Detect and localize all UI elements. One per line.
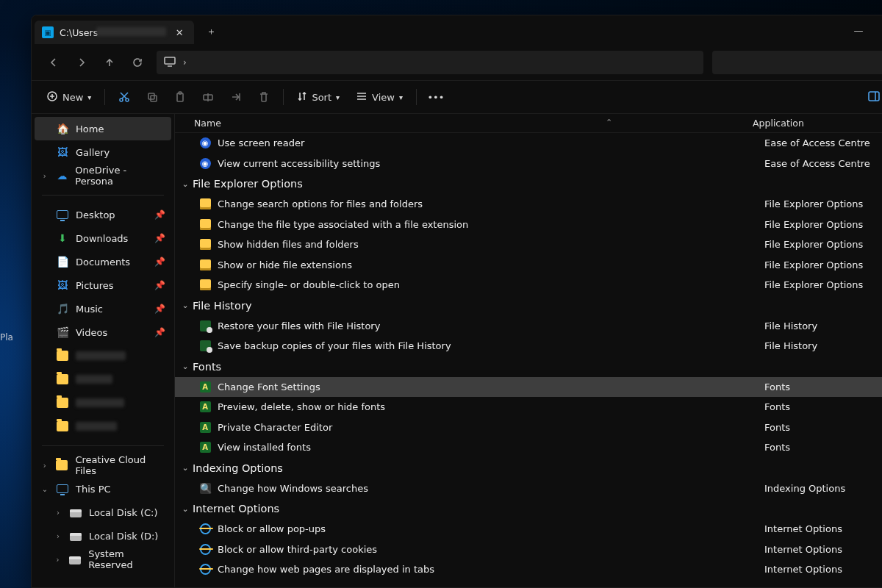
list-item[interactable]: 🔍 Change how Windows searches Indexing O… — [175, 478, 882, 499]
group-header[interactable]: ⌄Fonts — [175, 356, 882, 377]
list-item[interactable]: A View installed fonts Fonts — [175, 437, 882, 458]
sidebar-item-local-disk-d-[interactable]: ›Local Disk (D:) — [32, 524, 174, 548]
column-name[interactable]: Name⌃ — [194, 118, 753, 129]
item-name: Private Character Editor — [218, 422, 764, 433]
address-bar[interactable]: › — [157, 51, 703, 74]
item-application: Internet Options — [764, 564, 882, 575]
sidebar-item-folder[interactable] — [32, 415, 174, 438]
titlebar: ▣ C:\Users ✕ ＋ — ▢ — [32, 15, 882, 45]
item-name: Save backup copies of your files with Fi… — [218, 340, 764, 351]
item-name: Change how Windows searches — [218, 483, 764, 494]
content-area: Name⌃ Application ◉ Use screen reader Ea… — [175, 114, 882, 587]
sidebar-item-folder[interactable] — [32, 368, 174, 391]
group-header[interactable]: ⌄Internet Options — [175, 498, 882, 519]
refresh-button[interactable] — [124, 49, 151, 76]
sidebar-item-gallery[interactable]: 🖼Gallery — [32, 140, 174, 164]
chevron-right-icon[interactable]: › — [183, 57, 187, 68]
sidebar-item-documents[interactable]: 📄Documents📌 — [32, 250, 174, 273]
list-item[interactable]: Block or allow third-party cookies Inter… — [175, 539, 882, 560]
window-tab[interactable]: ▣ C:\Users ✕ — [35, 21, 194, 44]
list-item[interactable]: Show or hide file extensions File Explor… — [175, 255, 882, 276]
sidebar-item-folder[interactable] — [32, 391, 174, 415]
list-item[interactable]: A Change Font Settings Fonts — [175, 377, 882, 398]
item-icon: A — [198, 420, 212, 434]
plus-circle-icon — [46, 90, 58, 104]
sidebar-item-onedrive - persona[interactable]: ›☁OneDrive - Persona — [32, 164, 174, 187]
paste-button[interactable] — [167, 84, 193, 110]
item-application: Fonts — [764, 442, 882, 453]
pin-icon: 📌 — [154, 304, 165, 314]
item-icon — [198, 279, 212, 292]
copy-button[interactable] — [139, 84, 165, 110]
sidebar-item-home[interactable]: 🏠Home — [35, 117, 171, 140]
sidebar-item-pictures[interactable]: 🖼Pictures📌 — [32, 273, 174, 297]
list-item[interactable]: Change search options for files and fold… — [175, 194, 882, 215]
list-item[interactable]: ◉ Use screen reader Ease of Access Centr… — [175, 133, 882, 154]
item-icon — [198, 542, 212, 556]
list-item[interactable]: Block or allow pop-ups Internet Options — [175, 519, 882, 539]
minimize-button[interactable]: — — [842, 15, 875, 45]
cut-button[interactable] — [111, 84, 137, 110]
group-header[interactable]: ⌄File History — [175, 295, 882, 316]
sidebar-item-music[interactable]: 🎵Music📌 — [32, 297, 174, 320]
item-application: File Explorer Options — [764, 219, 882, 230]
list-item[interactable]: A Preview, delete, show or hide fonts Fo… — [175, 397, 882, 417]
chevron-down-icon: ⌄ — [179, 504, 191, 514]
item-application: File History — [764, 320, 882, 331]
rename-button[interactable] — [195, 84, 221, 110]
share-button[interactable] — [223, 84, 249, 110]
item-application: Internet Options — [764, 523, 882, 534]
sidebar-item-this pc[interactable]: ⌄This PC — [32, 477, 174, 501]
sort-asc-icon: ⌃ — [606, 118, 612, 127]
list-item[interactable]: Specify single- or double-click to open … — [175, 275, 882, 295]
view-label: View — [372, 92, 395, 103]
sidebar-item-downloads[interactable]: ⬇Downloads📌 — [32, 226, 174, 250]
sidebar-item-system-reserved[interactable]: ›System Reserved — [32, 548, 174, 571]
new-button[interactable]: New ▾ — [39, 85, 98, 109]
forward-button[interactable] — [68, 49, 95, 76]
sidebar-item-creative cloud files[interactable]: ›Creative Cloud Files — [32, 453, 174, 477]
sort-button[interactable]: Sort ▾ — [290, 85, 347, 109]
item-application: File History — [764, 340, 882, 351]
group-header[interactable]: ⌄File Explorer Options — [175, 173, 882, 194]
list-item[interactable]: A Private Character Editor Fonts — [175, 417, 882, 438]
item-name: View installed fonts — [218, 442, 764, 453]
details-pane-button[interactable]: De — [861, 85, 882, 109]
search-input[interactable] — [712, 51, 882, 74]
sort-label: Sort — [312, 92, 331, 103]
item-application: Indexing Options — [764, 483, 882, 494]
sidebar-item-desktop[interactable]: Desktop📌 — [32, 203, 174, 226]
delete-button[interactable] — [251, 84, 277, 110]
list-item[interactable]: Change the file type associated with a f… — [175, 215, 882, 235]
sidebar-item-local-disk-c-[interactable]: ›Local Disk (C:) — [32, 501, 174, 524]
nav-bar: › — [32, 45, 882, 80]
pin-icon: 📌 — [154, 280, 165, 290]
file-list[interactable]: ◉ Use screen reader Ease of Access Centr… — [175, 133, 882, 587]
up-button[interactable] — [96, 49, 123, 76]
view-button[interactable]: View ▾ — [348, 85, 410, 109]
item-icon: ◉ — [198, 137, 212, 150]
item-name: Specify single- or double-click to open — [218, 279, 764, 290]
svg-rect-5 — [151, 96, 157, 101]
list-item[interactable]: ◉ View current accessibility settings Ea… — [175, 154, 882, 174]
group-header[interactable]: ⌄Indexing Options — [175, 458, 882, 478]
list-item[interactable]: Save backup copies of your files with Fi… — [175, 336, 882, 356]
chevron-down-icon: ▾ — [336, 93, 340, 101]
sidebar-item-videos[interactable]: 🎬Videos📌 — [32, 320, 174, 344]
close-tab-button[interactable]: ✕ — [172, 25, 187, 40]
svg-point-3 — [126, 98, 129, 101]
maximize-button[interactable]: ▢ — [875, 15, 882, 45]
list-item[interactable]: Restore your files with File History Fil… — [175, 316, 882, 337]
more-button[interactable]: ••• — [423, 84, 449, 110]
list-item[interactable]: Change how web pages are displayed in ta… — [175, 559, 882, 580]
item-application: File Explorer Options — [764, 198, 882, 209]
list-item[interactable]: Show hidden files and folders File Explo… — [175, 234, 882, 255]
column-application[interactable]: Application — [753, 118, 882, 129]
item-name: View current accessibility settings — [218, 158, 764, 169]
new-tab-button[interactable]: ＋ — [200, 21, 222, 43]
sidebar-item-folder[interactable] — [32, 344, 174, 368]
desktop-hint: Pla — [0, 332, 13, 343]
item-name: Change how web pages are displayed in ta… — [218, 564, 764, 575]
item-icon — [198, 238, 212, 251]
back-button[interactable] — [40, 49, 67, 76]
